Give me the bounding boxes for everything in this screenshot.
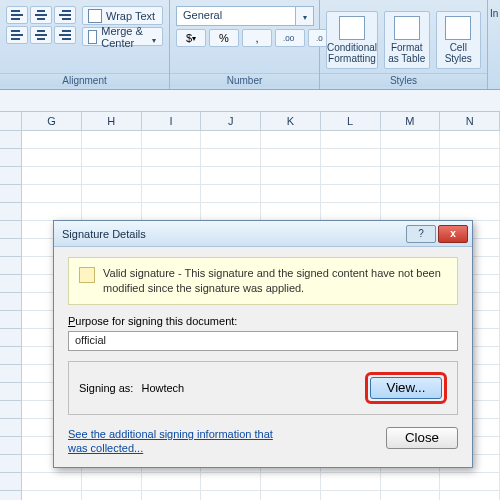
row-header[interactable] — [0, 311, 22, 329]
align-middle-icon[interactable] — [30, 6, 52, 24]
cell[interactable] — [261, 473, 321, 491]
cell[interactable] — [82, 473, 142, 491]
number-format-chevron[interactable] — [296, 6, 314, 26]
close-button[interactable]: Close — [386, 427, 458, 449]
cell[interactable] — [261, 149, 321, 167]
row-header[interactable] — [0, 167, 22, 185]
additional-info-link[interactable]: See the additional signing information t… — [68, 427, 288, 456]
cell[interactable] — [261, 203, 321, 221]
cell[interactable] — [440, 149, 500, 167]
cell[interactable] — [440, 491, 500, 500]
view-button[interactable]: View... — [370, 377, 442, 399]
col-header[interactable]: G — [22, 112, 82, 130]
currency-button[interactable]: $▾ — [176, 29, 206, 47]
cell[interactable] — [82, 149, 142, 167]
cell[interactable] — [321, 473, 381, 491]
cell[interactable] — [201, 167, 261, 185]
cell[interactable] — [261, 167, 321, 185]
cell[interactable] — [381, 131, 441, 149]
cell[interactable] — [22, 185, 82, 203]
row-header[interactable] — [0, 149, 22, 167]
cell[interactable] — [201, 185, 261, 203]
cell[interactable] — [440, 131, 500, 149]
row-header[interactable] — [0, 419, 22, 437]
percent-button[interactable]: % — [209, 29, 239, 47]
cell[interactable] — [381, 491, 441, 500]
cell[interactable] — [321, 491, 381, 500]
cell[interactable] — [142, 491, 202, 500]
row-header[interactable] — [0, 437, 22, 455]
col-header[interactable]: N — [440, 112, 500, 130]
merge-center-button[interactable]: Merge & Center — [82, 27, 163, 46]
format-as-table-button[interactable]: Format as Table — [384, 11, 430, 69]
cell[interactable] — [22, 167, 82, 185]
row-header[interactable] — [0, 275, 22, 293]
cell[interactable] — [82, 131, 142, 149]
titlebar-help-button[interactable]: ? — [406, 225, 436, 243]
cell[interactable] — [261, 491, 321, 500]
cell[interactable] — [321, 203, 381, 221]
cell[interactable] — [440, 473, 500, 491]
dialog-titlebar[interactable]: Signature Details ? x — [54, 221, 472, 247]
row-header[interactable] — [0, 383, 22, 401]
cell[interactable] — [22, 149, 82, 167]
cell[interactable] — [261, 185, 321, 203]
cell[interactable] — [142, 185, 202, 203]
cell[interactable] — [142, 473, 202, 491]
increase-decimal-icon[interactable]: .00 — [275, 29, 305, 47]
cell[interactable] — [381, 473, 441, 491]
number-format-combo[interactable]: General — [176, 6, 338, 26]
cell[interactable] — [82, 203, 142, 221]
row-header[interactable] — [0, 347, 22, 365]
row-header[interactable] — [0, 257, 22, 275]
col-header[interactable]: J — [201, 112, 261, 130]
cell[interactable] — [82, 167, 142, 185]
row-header[interactable] — [0, 491, 22, 500]
cell[interactable] — [201, 131, 261, 149]
row-header[interactable] — [0, 131, 22, 149]
conditional-formatting-button[interactable]: Conditional Formatting — [326, 11, 378, 69]
cell[interactable] — [321, 185, 381, 203]
cell[interactable] — [142, 131, 202, 149]
wrap-text-button[interactable]: Wrap Text — [82, 6, 163, 25]
col-header[interactable]: H — [82, 112, 142, 130]
cell[interactable] — [261, 131, 321, 149]
cell[interactable] — [381, 149, 441, 167]
row-header[interactable] — [0, 455, 22, 473]
col-header[interactable]: I — [142, 112, 202, 130]
cell[interactable] — [22, 203, 82, 221]
cell[interactable] — [82, 185, 142, 203]
align-bottom-icon[interactable] — [54, 6, 76, 24]
cell[interactable] — [22, 131, 82, 149]
cell[interactable] — [440, 167, 500, 185]
row-header[interactable] — [0, 473, 22, 491]
cell[interactable] — [381, 185, 441, 203]
row-header[interactable] — [0, 221, 22, 239]
cell[interactable] — [142, 167, 202, 185]
cell[interactable] — [142, 203, 202, 221]
col-header[interactable]: L — [321, 112, 381, 130]
cell-styles-button[interactable]: Cell Styles — [436, 11, 482, 69]
cell[interactable] — [201, 203, 261, 221]
row-header[interactable] — [0, 185, 22, 203]
cell[interactable] — [440, 185, 500, 203]
row-header[interactable] — [0, 329, 22, 347]
cell[interactable] — [142, 149, 202, 167]
purpose-input[interactable]: official — [68, 331, 458, 351]
row-header[interactable] — [0, 365, 22, 383]
cell[interactable] — [440, 203, 500, 221]
col-header[interactable]: M — [381, 112, 441, 130]
align-right-icon[interactable] — [54, 26, 76, 44]
cell[interactable] — [321, 149, 381, 167]
cell[interactable] — [201, 149, 261, 167]
cell[interactable] — [381, 203, 441, 221]
cell[interactable] — [201, 473, 261, 491]
align-top-icon[interactable] — [6, 6, 28, 24]
select-all-corner[interactable] — [0, 112, 22, 130]
cell[interactable] — [22, 491, 82, 500]
row-header[interactable] — [0, 203, 22, 221]
align-center-icon[interactable] — [30, 26, 52, 44]
row-header[interactable] — [0, 293, 22, 311]
row-header[interactable] — [0, 239, 22, 257]
align-left-icon[interactable] — [6, 26, 28, 44]
